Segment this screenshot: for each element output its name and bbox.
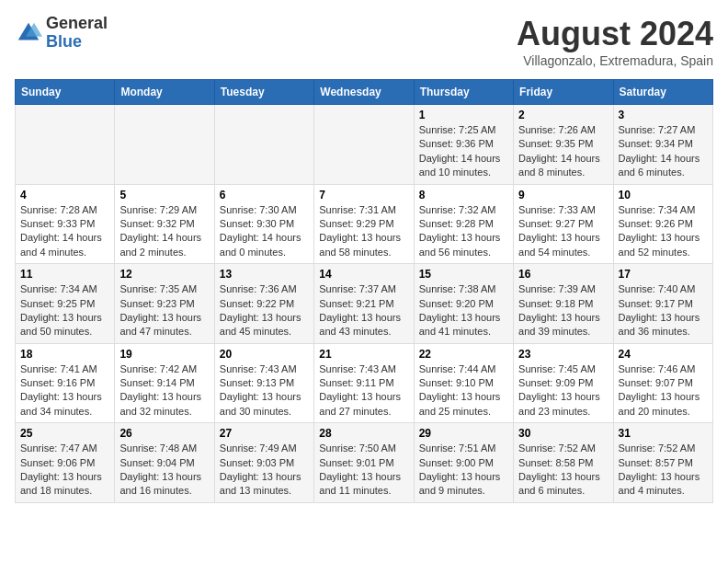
calendar-cell xyxy=(115,105,214,185)
day-number: 28 xyxy=(319,427,408,440)
day-number: 31 xyxy=(619,427,708,440)
day-number: 24 xyxy=(619,348,708,361)
day-number: 21 xyxy=(319,348,408,361)
day-info: Sunrise: 7:48 AM Sunset: 9:04 PM Dayligh… xyxy=(119,442,201,496)
calendar-week-row: 18Sunrise: 7:41 AM Sunset: 9:16 PM Dayli… xyxy=(16,343,713,423)
header-monday: Monday xyxy=(115,80,214,105)
calendar-cell: 31Sunrise: 7:52 AM Sunset: 8:57 PM Dayli… xyxy=(613,423,712,503)
day-number: 14 xyxy=(319,268,408,281)
calendar-cell: 2Sunrise: 7:26 AM Sunset: 9:35 PM Daylig… xyxy=(514,105,613,185)
calendar-cell: 11Sunrise: 7:34 AM Sunset: 9:25 PM Dayli… xyxy=(16,264,115,344)
calendar-cell xyxy=(214,105,313,185)
day-number: 11 xyxy=(20,268,109,281)
calendar-cell: 29Sunrise: 7:51 AM Sunset: 9:00 PM Dayli… xyxy=(414,423,513,503)
day-info: Sunrise: 7:52 AM Sunset: 8:58 PM Dayligh… xyxy=(518,442,600,496)
day-info: Sunrise: 7:41 AM Sunset: 9:16 PM Dayligh… xyxy=(20,363,102,417)
day-number: 6 xyxy=(220,189,309,201)
logo-blue-text: Blue xyxy=(46,33,108,52)
day-number: 4 xyxy=(20,189,109,201)
logo: General Blue xyxy=(15,15,108,52)
day-number: 10 xyxy=(619,189,708,201)
calendar-cell: 12Sunrise: 7:35 AM Sunset: 9:23 PM Dayli… xyxy=(115,264,214,344)
calendar-cell: 1Sunrise: 7:25 AM Sunset: 9:36 PM Daylig… xyxy=(414,105,513,185)
day-info: Sunrise: 7:35 AM Sunset: 9:23 PM Dayligh… xyxy=(119,283,201,337)
day-info: Sunrise: 7:34 AM Sunset: 9:25 PM Dayligh… xyxy=(20,283,102,337)
header-saturday: Saturday xyxy=(613,80,712,105)
calendar-cell: 14Sunrise: 7:37 AM Sunset: 9:21 PM Dayli… xyxy=(314,264,414,344)
calendar-cell: 3Sunrise: 7:27 AM Sunset: 9:34 PM Daylig… xyxy=(613,105,712,185)
header: General Blue August 2024 Villagonzalo, E… xyxy=(15,15,713,68)
day-number: 20 xyxy=(220,348,309,361)
day-number: 9 xyxy=(518,189,608,201)
day-info: Sunrise: 7:44 AM Sunset: 9:10 PM Dayligh… xyxy=(419,363,501,417)
calendar-cell: 23Sunrise: 7:45 AM Sunset: 9:09 PM Dayli… xyxy=(514,343,613,423)
calendar-cell: 4Sunrise: 7:28 AM Sunset: 9:33 PM Daylig… xyxy=(16,184,115,264)
day-info: Sunrise: 7:30 AM Sunset: 9:30 PM Dayligh… xyxy=(220,204,301,258)
calendar-cell: 8Sunrise: 7:32 AM Sunset: 9:28 PM Daylig… xyxy=(414,184,513,264)
day-info: Sunrise: 7:46 AM Sunset: 9:07 PM Dayligh… xyxy=(619,363,700,417)
calendar-cell: 30Sunrise: 7:52 AM Sunset: 8:58 PM Dayli… xyxy=(514,423,613,503)
day-number: 27 xyxy=(220,427,309,440)
day-number: 22 xyxy=(419,348,508,361)
day-number: 3 xyxy=(619,109,708,121)
header-thursday: Thursday xyxy=(414,80,513,105)
day-number: 8 xyxy=(419,189,508,201)
calendar-cell: 21Sunrise: 7:43 AM Sunset: 9:11 PM Dayli… xyxy=(314,343,414,423)
calendar-week-row: 11Sunrise: 7:34 AM Sunset: 9:25 PM Dayli… xyxy=(16,264,713,344)
day-number: 30 xyxy=(518,427,608,440)
calendar-week-row: 25Sunrise: 7:47 AM Sunset: 9:06 PM Dayli… xyxy=(16,423,713,503)
day-info: Sunrise: 7:52 AM Sunset: 8:57 PM Dayligh… xyxy=(619,442,700,496)
calendar-cell xyxy=(314,105,414,185)
calendar-cell: 26Sunrise: 7:48 AM Sunset: 9:04 PM Dayli… xyxy=(115,423,214,503)
logo-icon xyxy=(15,19,42,47)
day-info: Sunrise: 7:33 AM Sunset: 9:27 PM Dayligh… xyxy=(518,204,600,258)
logo-general-text: General xyxy=(46,15,108,33)
day-info: Sunrise: 7:31 AM Sunset: 9:29 PM Dayligh… xyxy=(319,204,401,258)
day-info: Sunrise: 7:47 AM Sunset: 9:06 PM Dayligh… xyxy=(20,442,102,496)
calendar-cell: 20Sunrise: 7:43 AM Sunset: 9:13 PM Dayli… xyxy=(214,343,313,423)
day-info: Sunrise: 7:40 AM Sunset: 9:17 PM Dayligh… xyxy=(619,283,700,337)
day-number: 12 xyxy=(119,268,209,281)
subtitle: Villagonzalo, Extremadura, Spain xyxy=(517,53,713,68)
day-number: 18 xyxy=(20,348,109,361)
day-info: Sunrise: 7:28 AM Sunset: 9:33 PM Dayligh… xyxy=(20,204,102,258)
day-number: 7 xyxy=(319,189,408,201)
calendar-cell: 25Sunrise: 7:47 AM Sunset: 9:06 PM Dayli… xyxy=(16,423,115,503)
day-info: Sunrise: 7:37 AM Sunset: 9:21 PM Dayligh… xyxy=(319,283,401,337)
title-area: August 2024 Villagonzalo, Extremadura, S… xyxy=(517,15,713,68)
calendar-cell: 19Sunrise: 7:42 AM Sunset: 9:14 PM Dayli… xyxy=(115,343,214,423)
day-info: Sunrise: 7:43 AM Sunset: 9:13 PM Dayligh… xyxy=(220,363,301,417)
day-number: 29 xyxy=(419,427,508,440)
day-info: Sunrise: 7:34 AM Sunset: 9:26 PM Dayligh… xyxy=(619,204,700,258)
day-number: 2 xyxy=(518,109,608,121)
day-info: Sunrise: 7:32 AM Sunset: 9:28 PM Dayligh… xyxy=(419,204,501,258)
calendar-week-row: 4Sunrise: 7:28 AM Sunset: 9:33 PM Daylig… xyxy=(16,184,713,264)
header-tuesday: Tuesday xyxy=(214,80,313,105)
calendar-cell: 17Sunrise: 7:40 AM Sunset: 9:17 PM Dayli… xyxy=(613,264,712,344)
calendar-cell: 9Sunrise: 7:33 AM Sunset: 9:27 PM Daylig… xyxy=(514,184,613,264)
day-info: Sunrise: 7:36 AM Sunset: 9:22 PM Dayligh… xyxy=(220,283,301,337)
header-sunday: Sunday xyxy=(16,80,115,105)
day-number: 23 xyxy=(518,348,608,361)
day-info: Sunrise: 7:27 AM Sunset: 9:34 PM Dayligh… xyxy=(619,124,700,178)
calendar-cell: 13Sunrise: 7:36 AM Sunset: 9:22 PM Dayli… xyxy=(214,264,313,344)
day-number: 25 xyxy=(20,427,109,440)
header-wednesday: Wednesday xyxy=(314,80,414,105)
day-info: Sunrise: 7:29 AM Sunset: 9:32 PM Dayligh… xyxy=(119,204,201,258)
main-title: August 2024 xyxy=(517,15,713,53)
calendar-cell: 22Sunrise: 7:44 AM Sunset: 9:10 PM Dayli… xyxy=(414,343,513,423)
day-number: 1 xyxy=(419,109,508,121)
header-friday: Friday xyxy=(514,80,613,105)
day-info: Sunrise: 7:38 AM Sunset: 9:20 PM Dayligh… xyxy=(419,283,501,337)
calendar-cell xyxy=(16,105,115,185)
day-info: Sunrise: 7:51 AM Sunset: 9:00 PM Dayligh… xyxy=(419,442,501,496)
calendar-table: SundayMondayTuesdayWednesdayThursdayFrid… xyxy=(15,79,713,503)
day-number: 26 xyxy=(119,427,209,440)
day-number: 17 xyxy=(619,268,708,281)
day-number: 19 xyxy=(119,348,209,361)
calendar-cell: 5Sunrise: 7:29 AM Sunset: 9:32 PM Daylig… xyxy=(115,184,214,264)
calendar-cell: 18Sunrise: 7:41 AM Sunset: 9:16 PM Dayli… xyxy=(16,343,115,423)
day-number: 16 xyxy=(518,268,608,281)
calendar-week-row: 1Sunrise: 7:25 AM Sunset: 9:36 PM Daylig… xyxy=(16,105,713,185)
day-info: Sunrise: 7:43 AM Sunset: 9:11 PM Dayligh… xyxy=(319,363,401,417)
